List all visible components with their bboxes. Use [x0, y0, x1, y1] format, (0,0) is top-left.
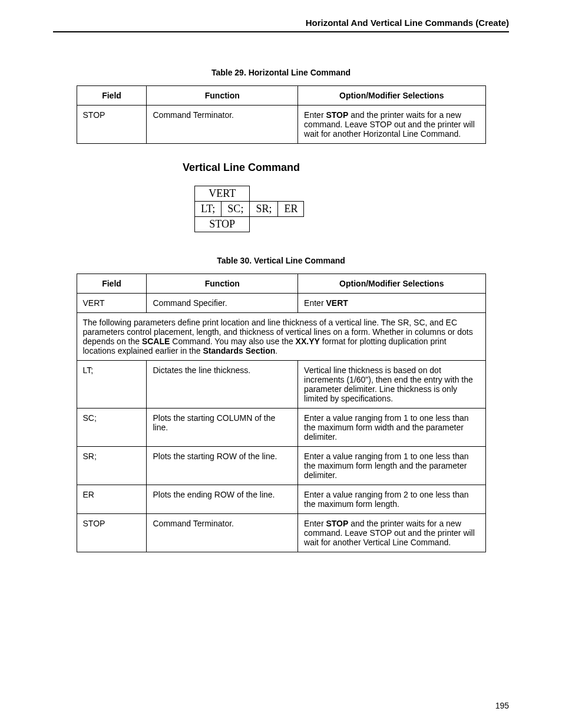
table30-lt-function: Dictates the line thickness.: [147, 361, 298, 409]
table-row: SC; Plots the starting COLUMN of the lin…: [77, 409, 485, 447]
table-row: STOP Command Terminator. Enter STOP and …: [77, 514, 485, 552]
section-title: Vertical Line Command: [183, 162, 509, 174]
bold-text: XX.YY: [296, 337, 320, 346]
table30-lt-field: LT;: [77, 361, 147, 409]
table30-lt-options: Vertical line thickness is based on dot …: [298, 361, 485, 409]
table30: Field Function Option/Modifier Selection…: [77, 274, 486, 552]
page-header-title: Horizontal And Vertical Line Commands (C…: [53, 18, 509, 28]
syntax-stop: STOP: [195, 217, 250, 232]
table30-stop-function: Command Terminator.: [147, 514, 298, 552]
table30-sc-field: SC;: [77, 409, 147, 447]
syntax-sc: SC;: [222, 202, 250, 217]
table30-sc-options: Enter a value ranging from 1 to one less…: [298, 409, 485, 447]
text: Enter: [304, 110, 326, 120]
bold-text: STOP: [326, 110, 348, 120]
syntax-diagram: VERT LT; SC; SR; ER STOP: [194, 186, 509, 232]
bold-text: VERT: [326, 298, 348, 308]
table29-row0-options: Enter STOP and the printer waits for a n…: [298, 106, 485, 144]
bold-text: Standards Section: [203, 346, 275, 355]
table29-row0-function: Command Terminator.: [147, 106, 298, 144]
table30-header-function: Function: [147, 274, 298, 294]
table29-header-options: Option/Modifier Selections: [298, 86, 485, 106]
header-rule: [53, 31, 509, 32]
table30-sr-field: SR;: [77, 447, 147, 485]
syntax-sr: SR;: [250, 202, 278, 217]
table29: Field Function Option/Modifier Selection…: [77, 85, 486, 144]
table30-sr-options: Enter a value ranging from 1 to one less…: [298, 447, 485, 485]
table-row: LT; Dictates the line thickness. Vertica…: [77, 361, 485, 409]
table30-stop-options: Enter STOP and the printer waits for a n…: [298, 514, 485, 552]
table30-er-function: Plots the ending ROW of the line.: [147, 485, 298, 514]
table30-vert-field: VERT: [77, 294, 147, 313]
syntax-vert: VERT: [195, 186, 250, 202]
syntax-er: ER: [278, 202, 304, 217]
table30-er-field: ER: [77, 485, 147, 514]
table29-header-field: Field: [77, 86, 147, 106]
text: .: [275, 346, 277, 355]
table-row: SR; Plots the starting ROW of the line. …: [77, 447, 485, 485]
table30-caption: Table 30. Vertical Line Command: [53, 256, 509, 265]
page-number: 195: [495, 701, 509, 710]
table30-sc-function: Plots the starting COLUMN of the line.: [147, 409, 298, 447]
table30-header-field: Field: [77, 274, 147, 294]
table30-header-options: Option/Modifier Selections: [298, 274, 485, 294]
text: Enter: [304, 298, 326, 308]
table30-er-options: Enter a value ranging from 2 to one less…: [298, 485, 485, 514]
bold-text: STOP: [326, 519, 348, 528]
table30-sr-function: Plots the starting ROW of the line.: [147, 447, 298, 485]
text: Enter: [304, 519, 326, 528]
table-row: STOP Command Terminator. Enter STOP and …: [77, 106, 485, 144]
table30-note: The following parameters define print lo…: [77, 313, 485, 361]
table29-caption: Table 29. Horizontal Line Command: [53, 68, 509, 77]
table30-vert-function: Command Specifier.: [147, 294, 298, 313]
text: Command. You may also use the: [170, 337, 295, 346]
table-row-note: The following parameters define print lo…: [77, 313, 485, 361]
table-row: VERT Command Specifier. Enter VERT: [77, 294, 485, 313]
table30-stop-field: STOP: [77, 514, 147, 552]
table29-header-function: Function: [147, 86, 298, 106]
table-row: ER Plots the ending ROW of the line. Ent…: [77, 485, 485, 514]
bold-text: SCALE: [142, 337, 170, 346]
table30-vert-options: Enter VERT: [298, 294, 485, 313]
table29-row0-field: STOP: [77, 106, 147, 144]
syntax-lt: LT;: [195, 202, 222, 217]
